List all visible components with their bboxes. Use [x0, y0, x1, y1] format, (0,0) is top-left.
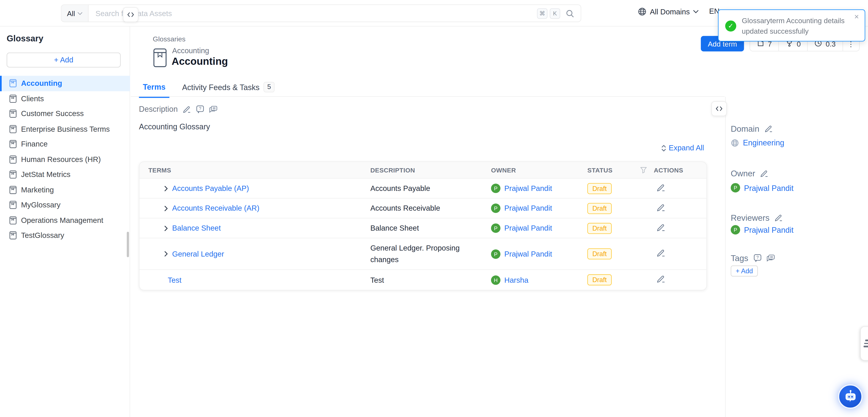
edit-term-icon[interactable]	[657, 248, 665, 257]
edit-domain-icon[interactable]	[764, 124, 773, 133]
code-collapse-icon	[127, 12, 134, 17]
domain-link[interactable]: Engineering	[743, 138, 784, 147]
sidebar-item-label: Customer Success	[21, 109, 84, 118]
breadcrumb[interactable]: Glossaries	[153, 35, 185, 43]
term-link[interactable]: Accounts Receivable (AR)	[172, 204, 259, 212]
edit-reviewers-icon[interactable]	[774, 214, 783, 222]
edit-term-icon[interactable]	[657, 203, 665, 212]
edit-term-icon[interactable]	[657, 223, 665, 231]
term-cell: Accounts Receivable (AR)	[140, 204, 370, 212]
term-description-cell: Accounts Payable	[370, 179, 491, 198]
expand-row-icon[interactable]	[163, 251, 169, 257]
sidebar-item-clients[interactable]: Clients	[0, 91, 130, 106]
status-filter-icon[interactable]	[640, 166, 647, 174]
actions-cell	[654, 275, 706, 286]
sidebar-item-myglossary[interactable]: MyGlossary	[0, 197, 130, 213]
owner-link[interactable]: Prajwal Pandit	[504, 250, 552, 258]
side-widget-handle[interactable]	[860, 326, 868, 361]
edit-description-icon[interactable]	[183, 105, 191, 113]
svg-text:?: ?	[756, 255, 758, 260]
sidebar-scrollbar[interactable]	[127, 232, 129, 257]
column-description: DESCRIPTION	[370, 167, 491, 173]
reviewer-link[interactable]: Prajwal Pandit	[744, 225, 794, 234]
glossary-book-icon	[9, 140, 17, 149]
chat-assistant-button[interactable]	[838, 384, 862, 409]
expand-row-icon[interactable]	[163, 225, 169, 231]
expand-row-icon[interactable]	[163, 186, 169, 191]
sidebar-item-customer-success[interactable]: Customer Success	[0, 106, 130, 121]
term-link[interactable]: Test	[167, 276, 181, 284]
comments-icon[interactable]	[209, 105, 218, 113]
sidebar-item-marketing[interactable]: Marketing	[0, 182, 130, 198]
term-link[interactable]: Balance Sheet	[172, 224, 221, 232]
owner-link[interactable]: Prajwal Pandit	[504, 184, 552, 193]
column-terms: TERMS	[140, 167, 370, 173]
glossary-book-icon	[9, 125, 17, 133]
owner-link[interactable]: Prajwal Pandit	[504, 224, 552, 232]
search-icon[interactable]	[566, 9, 574, 18]
sidebar-item-label: MyGlossary	[21, 201, 61, 210]
search-input[interactable]	[89, 9, 537, 18]
expand-row-icon[interactable]	[163, 205, 169, 211]
sidebar-item-finance[interactable]: Finance	[0, 137, 130, 152]
status-cell: Draft	[587, 183, 654, 194]
tags-label: Tags	[731, 253, 748, 263]
term-cell: Balance Sheet	[140, 224, 370, 232]
tags-comments-icon[interactable]	[767, 254, 775, 262]
term-link[interactable]: Accounts Payable (AP)	[172, 184, 249, 193]
search-scope-dropdown[interactable]: All	[61, 5, 89, 22]
term-cell: Accounts Payable (AP)	[140, 184, 370, 193]
request-description-icon[interactable]: ?	[196, 105, 204, 113]
table-row: TestTestHHarshaDraft	[140, 270, 706, 290]
sidebar-item-enterprise-business-terms[interactable]: Enterprise Business Terms	[0, 121, 130, 137]
panel-collapse-button[interactable]	[711, 101, 727, 116]
glossary-book-icon	[9, 201, 17, 210]
owner-cell: PPrajwal Pandit	[491, 184, 587, 193]
sidebar-item-label: JetStat Metrics	[21, 170, 70, 179]
reviewers-value-row: P Prajwal Pandit	[731, 225, 794, 234]
term-description-cell: Test	[370, 270, 491, 289]
sidebar-item-jetstat-metrics[interactable]: JetStat Metrics	[0, 167, 130, 182]
sidebar-collapse-button[interactable]	[123, 7, 138, 22]
edit-term-icon[interactable]	[657, 183, 665, 192]
tab-terms[interactable]: Terms	[139, 81, 169, 98]
owner-cell: PPrajwal Pandit	[491, 224, 587, 233]
sidebar-item-testglossary[interactable]: TestGlossary	[0, 228, 130, 243]
owner-link[interactable]: Harsha	[504, 276, 528, 284]
tab-activity-feeds[interactable]: Activity Feeds & Tasks 5	[178, 81, 279, 98]
status-cell: Draft	[587, 248, 654, 260]
owner-avatar: P	[491, 224, 500, 233]
toast-close-icon[interactable]: ✕	[854, 13, 859, 21]
global-search[interactable]: All ⌘ K	[61, 4, 581, 22]
cmd-key-badge: ⌘	[537, 8, 548, 19]
table-row: Accounts Payable (AP)Accounts PayablePPr…	[140, 179, 706, 199]
request-tags-icon[interactable]: ?	[753, 254, 762, 262]
term-link[interactable]: General Ledger	[172, 250, 224, 258]
term-description: Accounts Payable	[370, 179, 478, 198]
status-badge: Draft	[587, 223, 612, 234]
add-tag-button[interactable]: + Add	[731, 265, 758, 277]
sidebar-item-operations-management[interactable]: Operations Management	[0, 213, 130, 228]
svg-text:?: ?	[199, 106, 201, 111]
reviewer-avatar: P	[731, 225, 740, 234]
edit-owner-icon[interactable]	[760, 169, 769, 178]
tags-section-header: Tags ?	[731, 253, 775, 263]
domain-value-row: Engineering	[731, 138, 784, 147]
domain-globe-icon	[731, 138, 739, 147]
owner-avatar: P	[491, 184, 500, 193]
edit-term-icon[interactable]	[657, 275, 665, 283]
term-description: Test	[370, 270, 478, 289]
sidebar-item-label: Accounting	[21, 79, 62, 88]
domains-dropdown[interactable]: All Domains	[638, 7, 699, 16]
owner-link[interactable]: Prajwal Pandit	[504, 204, 552, 212]
owner-cell: PPrajwal Pandit	[491, 203, 587, 213]
status-cell: Draft	[587, 223, 654, 234]
sidebar-item-label: Marketing	[21, 186, 54, 194]
sidebar-item-accounting[interactable]: Accounting	[0, 76, 130, 91]
add-glossary-button[interactable]: + Add	[7, 53, 121, 68]
sidebar-item-label: Finance	[21, 140, 48, 149]
expand-all-button[interactable]: Expand All	[661, 144, 704, 152]
owner-link[interactable]: Prajwal Pandit	[744, 183, 794, 192]
sidebar-item-human-resources-hr-[interactable]: Human Resources (HR)	[0, 152, 130, 167]
sidebar-item-label: Operations Management	[21, 216, 103, 224]
